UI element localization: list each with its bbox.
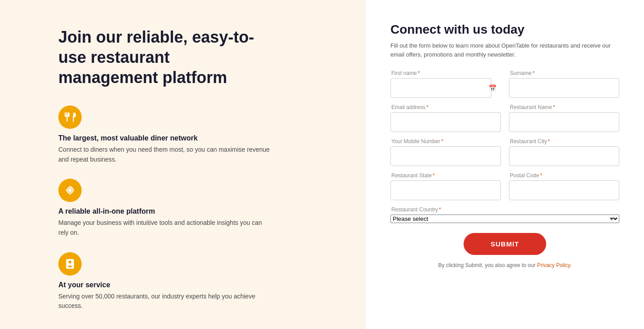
form-row-1: First name* 📅 Surname* [390,70,619,98]
email-input[interactable] [390,112,501,132]
postal-code-input[interactable] [509,180,619,200]
feature-service-desc: Serving over 50,000 restaurants, our ind… [58,292,274,311]
first-name-group: First name* 📅 [390,70,501,98]
left-panel: Join our reliable, easy-to-use restauran… [0,0,366,329]
country-select[interactable]: Please select Australia Canada United Ki… [390,215,619,223]
restaurant-city-input[interactable] [509,146,619,166]
mobile-label: Your Mobile Number* [390,138,501,145]
feature-diner-title: The largest, most valuable diner network [58,134,330,142]
form-row-3: Your Mobile Number* Restaurant City* [390,138,619,166]
restaurant-city-group: Restaurant City* [509,138,619,166]
calendar-icon: 📅 [489,84,496,92]
restaurant-name-input[interactable] [509,112,619,132]
email-group: Email address* [390,104,501,132]
country-group: Restaurant Country* Please select Austra… [390,206,619,223]
page-headline: Join our reliable, easy-to-use restauran… [58,27,274,88]
settings-icon [58,179,82,202]
first-name-field-wrapper: 📅 [390,78,501,98]
postal-code-label: Postal Code* [509,172,619,179]
restaurant-name-label: Restaurant Name* [509,104,619,110]
restaurant-state-group: Restaurant State* [390,172,501,200]
form-title: Connect with us today [390,22,619,37]
postal-code-group: Postal Code* [509,172,619,200]
feature-platform-title: A reliable all-in-one platform [58,207,330,215]
surname-label: Surname* [509,70,619,76]
fork-knife-icon [58,105,82,129]
surname-group: Surname* [509,70,619,98]
submit-button[interactable]: SUBMIT [464,233,546,255]
mobile-input[interactable] [390,146,501,166]
restaurant-state-input[interactable] [390,180,501,200]
feature-service-title: At your service [58,281,330,289]
form-row-2: Email address* Restaurant Name* [390,104,619,132]
restaurant-state-label: Restaurant State* [390,172,501,179]
privacy-policy-link[interactable]: Privacy Policy [537,262,570,268]
feature-platform-desc: Manage your business with intuitive tool… [58,218,274,237]
privacy-text: By clicking Submit, you also agree to ou… [390,262,619,268]
restaurant-name-group: Restaurant Name* [509,104,619,132]
restaurant-city-label: Restaurant City* [509,138,619,145]
form-row-4: Restaurant State* Postal Code* [390,172,619,200]
submit-row: SUBMIT [390,233,619,255]
feature-diner-desc: Connect to diners when you need them mos… [58,145,274,164]
right-panel: Connect with us today Fill out the form … [366,0,644,329]
form-subtitle: Fill out the form below to learn more ab… [390,41,615,59]
book-icon [58,252,82,276]
feature-diner-network: The largest, most valuable diner network… [58,105,330,164]
mobile-group: Your Mobile Number* [390,138,501,166]
first-name-label: First name* [390,70,501,76]
country-label: Restaurant Country* [390,206,619,213]
country-select-wrapper: Please select Australia Canada United Ki… [390,215,619,223]
signup-form: First name* 📅 Surname* [390,70,619,268]
email-label: Email address* [390,104,501,110]
first-name-input[interactable] [390,78,491,98]
feature-service: At your service Serving over 50,000 rest… [58,252,330,311]
feature-all-in-one: A reliable all-in-one platform Manage yo… [58,179,330,237]
surname-input[interactable] [509,78,619,98]
